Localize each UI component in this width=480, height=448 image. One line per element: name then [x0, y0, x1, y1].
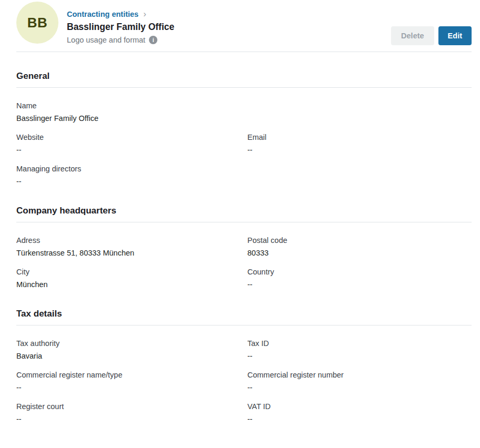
field: Website -- [16, 132, 247, 155]
field: Name Basslinger Family Office [16, 100, 247, 124]
section-title: Company headquarters [16, 206, 472, 216]
field: Managing directors -- [16, 164, 247, 187]
field-value: -- [247, 382, 472, 393]
field-label: Website [16, 132, 247, 142]
field-label: Postal code [247, 235, 472, 246]
field: Tax authority Bavaria [16, 338, 247, 361]
field: Commercial register name/type -- [16, 370, 247, 393]
field-value: -- [16, 414, 247, 424]
field: VAT ID -- [247, 401, 472, 424]
title-block: Contracting entities › Basslinger Family… [67, 2, 391, 45]
field-label: City [16, 267, 247, 277]
section-divider [16, 325, 472, 325]
field-value: -- [16, 145, 247, 155]
field-value: -- [247, 145, 472, 155]
field-label: Register court [16, 401, 247, 412]
section-fields: Tax authority Bavaria Tax ID -- Commerci… [16, 338, 472, 424]
field: Tax ID -- [247, 338, 472, 361]
field: Register court -- [16, 401, 247, 424]
contracting-entity-detail-page: BB Contracting entities › Basslinger Fam… [0, 0, 480, 448]
section-divider [16, 222, 472, 222]
page-title: Basslinger Family Office [67, 21, 391, 33]
field-value: -- [16, 176, 247, 187]
field-label: VAT ID [247, 401, 472, 412]
field-label: Tax ID [247, 338, 472, 349]
delete-button[interactable]: Delete [391, 26, 434, 45]
field-label: Name [16, 100, 247, 111]
field-value: -- [247, 414, 472, 424]
field: Email -- [247, 132, 472, 155]
page-header: BB Contracting entities › Basslinger Fam… [0, 0, 480, 45]
field: Country -- [247, 267, 472, 290]
edit-button[interactable]: Edit [438, 26, 472, 45]
field-value: Türkenstrasse 51, 80333 München [16, 248, 247, 258]
section-divider [16, 87, 472, 88]
field: Adress Türkenstrasse 51, 80333 München [16, 235, 247, 258]
info-icon[interactable]: i [149, 36, 157, 44]
field-label: Email [247, 132, 472, 142]
field-value: -- [247, 351, 472, 361]
field-value: -- [16, 382, 247, 393]
header-actions: Delete Edit [391, 26, 472, 45]
page-subtitle: Logo usage and format [67, 36, 145, 44]
section-fields: Name Basslinger Family Office Website --… [16, 100, 472, 187]
field-label: Managing directors [16, 164, 247, 174]
field-label: Commercial register number [247, 370, 472, 380]
field: City München [16, 267, 247, 290]
field [247, 164, 472, 187]
chevron-right-icon: › [143, 9, 146, 18]
field: Postal code 80333 [247, 235, 472, 258]
field-label: Commercial register name/type [16, 370, 247, 380]
field-value: München [16, 279, 247, 290]
field-label: Adress [16, 235, 247, 246]
section-fields: Adress Türkenstrasse 51, 80333 München P… [16, 235, 472, 290]
section: Tax details Tax authority Bavaria Tax ID… [16, 309, 472, 424]
field-label: Country [247, 267, 472, 277]
header-divider [16, 52, 472, 52]
field-label: Tax authority [16, 338, 247, 349]
field: Commercial register number -- [247, 370, 472, 393]
avatar: BB [16, 2, 58, 44]
sections: General Name Basslinger Family Office We… [0, 71, 480, 445]
field-value: -- [247, 279, 472, 290]
avatar-initials: BB [27, 15, 48, 31]
field-value: Basslinger Family Office [16, 113, 247, 124]
section: General Name Basslinger Family Office We… [16, 71, 472, 187]
section: Company headquarters Adress Türkenstrass… [16, 206, 472, 290]
field-value: Bavaria [16, 351, 247, 361]
subtitle-row: Logo usage and format i [67, 35, 391, 45]
breadcrumb-link-contracting-entities[interactable]: Contracting entities [67, 10, 138, 18]
section-title: General [16, 71, 472, 82]
breadcrumb: Contracting entities › [67, 9, 391, 19]
field [247, 100, 472, 124]
section-title: Tax details [16, 309, 472, 319]
field-value: 80333 [247, 248, 472, 258]
